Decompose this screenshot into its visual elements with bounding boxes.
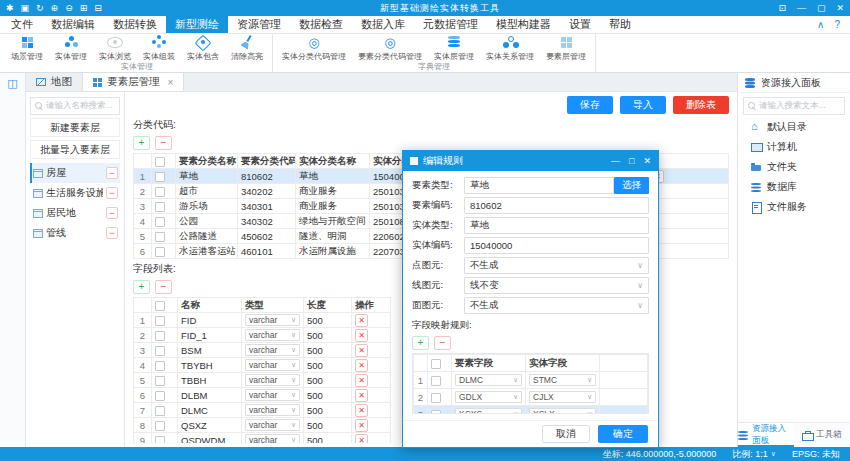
field-table-row[interactable]: 9QSDWDMvarchar∨500✕ <box>134 433 391 444</box>
help-icon[interactable]: ? <box>834 19 840 30</box>
type-dropdown[interactable]: varchar∨ <box>245 344 300 356</box>
field-table-row[interactable]: 6DLBMvarchar∨500✕ <box>134 388 391 403</box>
remove-layer-button[interactable]: − <box>106 187 118 199</box>
ribbon-feature-class-code-mgmt[interactable]: ◎要素分类代码管理 <box>352 35 428 62</box>
choose-button[interactable]: 选择 <box>614 177 649 194</box>
field-table-row[interactable]: 2FID_1varchar∨500✕ <box>134 328 391 343</box>
delete-field-button[interactable]: ✕ <box>355 314 368 327</box>
row-checkbox[interactable] <box>155 187 165 197</box>
row-checkbox[interactable] <box>155 346 165 356</box>
row-checkbox[interactable] <box>155 247 165 257</box>
remove-layer-button[interactable]: − <box>106 167 118 179</box>
row-checkbox[interactable] <box>155 421 165 431</box>
resource-item-computer[interactable]: 计算机 <box>738 137 850 157</box>
menu-item-data-edit[interactable]: 数据编辑 <box>42 16 104 33</box>
remove-mapping-button[interactable]: − <box>434 336 451 350</box>
row-checkbox[interactable] <box>155 436 165 443</box>
pan-left-icon[interactable]: ⊞ <box>80 0 88 16</box>
minimize-icon[interactable]: — <box>797 0 806 16</box>
menu-item-data-import[interactable]: 数据入库 <box>352 16 414 33</box>
mapping-row[interactable]: 3KCXS∨XSLX∨ <box>414 406 648 415</box>
remove-field-button[interactable]: − <box>155 280 172 294</box>
resource-item-database[interactable]: 数据库 <box>738 177 850 197</box>
row-checkbox[interactable] <box>155 202 165 212</box>
menu-item-settings[interactable]: 设置 <box>560 16 600 33</box>
type-dropdown[interactable]: varchar∨ <box>245 419 300 431</box>
resource-search-input[interactable]: 请输入搜索文本... <box>743 97 845 115</box>
entity-type-input[interactable]: 草地 <box>464 217 649 234</box>
entity-field-dropdown[interactable]: XSLX∨ <box>529 408 596 414</box>
dialog-maximize-icon[interactable]: □ <box>629 156 634 166</box>
point-primitive-input[interactable]: 不生成∨ <box>464 257 649 274</box>
field-table-row[interactable]: 5TBBHvarchar∨500✕ <box>134 373 391 388</box>
row-checkbox[interactable] <box>155 331 165 341</box>
ribbon-entity-management[interactable]: 实体管理 <box>49 35 93 62</box>
zoom-out-icon[interactable]: ⊖ <box>65 0 73 16</box>
type-dropdown[interactable]: varchar∨ <box>245 359 300 371</box>
type-dropdown[interactable]: varchar∨ <box>245 404 300 416</box>
row-checkbox[interactable] <box>155 172 165 182</box>
ribbon-entity-relation-mgmt[interactable]: 实体关系管理 <box>480 35 540 62</box>
app-menu-icon[interactable]: ✱ <box>6 0 14 16</box>
delete-field-button[interactable]: ✕ <box>355 359 368 372</box>
add-mapping-button[interactable]: + <box>412 336 429 350</box>
menu-item-data-check[interactable]: 数据检查 <box>290 16 352 33</box>
ribbon-feature-layer-mgmt[interactable]: 要素层管理 <box>540 35 592 62</box>
delete-field-button[interactable]: ✕ <box>355 419 368 432</box>
area-primitive-input[interactable]: 不生成∨ <box>464 297 649 314</box>
entity-field-dropdown[interactable]: STMC∨ <box>529 374 596 386</box>
ribbon-entity-class-code-mgmt[interactable]: ◎实体分类代码管理 <box>276 35 352 62</box>
menu-item-data-convert[interactable]: 数据转换 <box>104 16 166 33</box>
menu-item-new-surveying[interactable]: 新型测绘 <box>166 16 228 33</box>
new-feature-layer-button[interactable]: 新建要素层 <box>30 118 120 137</box>
delete-field-button[interactable]: ✕ <box>355 389 368 402</box>
field-table-row[interactable]: 1FIDvarchar∨500✕ <box>134 313 391 328</box>
row-checkbox[interactable] <box>431 376 441 386</box>
row-checkbox[interactable] <box>431 393 441 403</box>
delete-table-button[interactable]: 删除表 <box>673 96 729 114</box>
dialog-close-icon[interactable]: ✕ <box>643 156 651 166</box>
tab-map[interactable]: 地图 <box>26 73 83 91</box>
select-all-checkbox[interactable] <box>155 157 165 167</box>
feature-field-dropdown[interactable]: GDLX∨ <box>455 391 522 403</box>
ribbon-entity-assemble[interactable]: 实体组装 <box>137 35 181 62</box>
pin-window-icon[interactable]: ⊡ <box>778 0 786 16</box>
close-icon[interactable]: ✕ <box>836 0 844 16</box>
layer-search-input[interactable]: 请输入名称搜索... <box>30 97 120 115</box>
panel-toggle-icon[interactable]: ◫ <box>7 77 17 90</box>
ribbon-entity-contain[interactable]: 实体包含 <box>181 35 225 62</box>
delete-field-button[interactable]: ✕ <box>355 329 368 342</box>
row-checkbox[interactable] <box>155 316 165 326</box>
menu-item-model-builder[interactable]: 模型构建器 <box>487 16 560 33</box>
field-table-row[interactable]: 4TBYBHvarchar∨500✕ <box>134 358 391 373</box>
mapping-row[interactable]: 2GDLX∨CJLX∨ <box>414 389 648 406</box>
refresh-icon[interactable]: ↻ <box>36 0 44 16</box>
ribbon-entity-layer-mgmt[interactable]: 实体层管理 <box>428 35 480 62</box>
resource-item-file-service[interactable]: 文件服务 <box>738 197 850 217</box>
tab-feature-layer-mgmt[interactable]: 要素层管理× <box>83 73 184 91</box>
row-checkbox[interactable] <box>155 217 165 227</box>
row-checkbox[interactable] <box>155 361 165 371</box>
type-dropdown[interactable]: varchar∨ <box>245 434 300 443</box>
remove-layer-button[interactable]: − <box>106 227 118 239</box>
panel-tab-resource-panel[interactable]: 资源接入面板 <box>738 423 794 447</box>
feature-field-dropdown[interactable]: DLMC∨ <box>455 374 522 386</box>
type-dropdown[interactable]: varchar∨ <box>245 374 300 386</box>
menu-item-help[interactable]: 帮助 <box>600 16 640 33</box>
ribbon-clear-highlight[interactable]: 清除高亮 <box>225 35 269 62</box>
row-checkbox[interactable] <box>431 410 441 414</box>
field-table-row[interactable]: 3BSMvarchar∨500✕ <box>134 343 391 358</box>
row-checkbox[interactable] <box>155 391 165 401</box>
close-icon[interactable]: × <box>168 77 174 88</box>
collapse-ribbon-icon[interactable]: ∧ <box>817 19 824 30</box>
row-checkbox[interactable] <box>155 376 165 386</box>
remove-layer-button[interactable]: − <box>106 207 118 219</box>
feature-type-input[interactable]: 草地 <box>464 177 614 194</box>
remove-class-row-button[interactable]: − <box>155 136 172 150</box>
maximize-icon[interactable]: ▢ <box>817 0 826 16</box>
select-all-checkbox[interactable] <box>155 301 165 311</box>
ok-button[interactable]: 确定 <box>598 425 648 443</box>
row-checkbox[interactable] <box>155 232 165 242</box>
entity-field-dropdown[interactable]: CJLX∨ <box>529 391 596 403</box>
mapping-row[interactable]: 1DLMC∨STMC∨ <box>414 372 648 389</box>
